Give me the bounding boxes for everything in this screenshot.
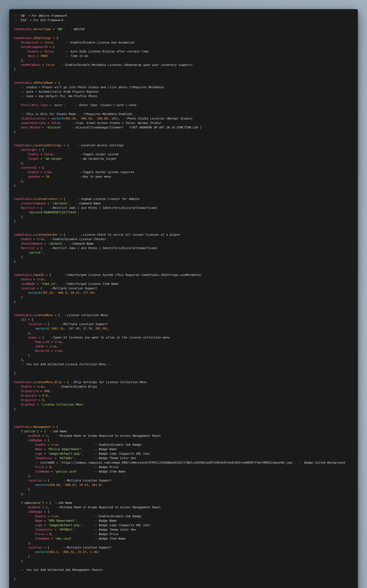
code-line: } [14,67,353,72]
code-line: } [14,259,353,264]
code-line: openKey = 38 --Key to open menu [14,174,353,179]
code-line: } [14,407,353,411]
code-line: }, [14,474,353,478]
code-line: -- none = Use Default Pic, No Profile Ph… [14,94,353,99]
code-line [14,411,353,416]
code-line [14,416,353,420]
code-line: } [14,130,353,134]
code-line: ThemeColor = '#FFB6C1', -- Badge Theme C… [14,527,353,532]
code-line: blipscale = 0.8, [14,393,353,398]
code-line [14,72,353,76]
code-line [14,420,353,425]
code-line: ProfilePic_Type = 'auto', --Enter Type '… [14,103,353,107]
code-line: ItemName = 'ems_card' -- Badge Item Name [14,536,353,541]
code-line: Enable = true, --Toggle textUi system re… [14,170,353,174]
code-line: Restrict = { --Restrict Jobs | Ace Perms… [14,246,353,250]
code-line: }, [14,492,353,496]
code-line: [1] = { [14,317,353,322]
code-line: CodeStudio.LicenseCreator = { --Ingmae L… [14,197,353,201]
code-line: Restrict = { --Restrict Jobs | Ace Perms… [14,206,353,210]
code-line: -- studio = Player will go into Photo St… [14,85,353,90]
code-line [14,134,353,139]
code-line: itemName = 'fake_id', --Fake/Forged Lice… [14,282,353,286]
code-line: vector4(464.2, -984.32, 25.57, 1.26) [14,550,353,554]
code-line: Price = 0, -- Badge Price [14,465,353,469]
code-line: JobBadge = { [14,510,353,514]
code-line [14,496,353,501]
code-line: Enable = true, [14,277,353,282]
code-line: Enable = true, --Enable/Disable License … [14,237,353,241]
code-line: -- This is Only for Studio Mode -- (*Req… [14,112,353,116]
code-line: }, [14,358,353,362]
code-line: checkCommand = 'idcheck', --Command Name [14,241,353,246]
code-line: useTarget = { [14,148,353,152]
code-line: Wait = 3000 -- Time in ms [14,54,353,58]
code-line: useMetaData = false --Enable/Disable Met… [14,63,353,67]
code-line: }, [14,541,353,545]
code-line: Enable = true, --Enable/Disable Blips [14,384,353,389]
code-line [14,366,353,371]
code-line: } [14,554,353,559]
code-line: useTextUI = { [14,166,353,170]
code-line: } [14,183,353,188]
code-editor: -- 'QB' = For QBCore Framework-- 'ESX' =… [9,9,358,588]
code-line: } [14,577,353,581]
code-line: -- auto = Automatically Grab Players Mug… [14,90,353,94]
code-line [14,139,353,143]
code-line [14,228,353,232]
code-line: location = { --Multiple Location Support [14,545,353,550]
code-line: } [14,219,353,224]
code-line: } [14,353,353,358]
code-line: Enable = true, -- Enable/Disable Job Bad… [14,514,353,519]
code-line: ThemeColor = '#373d4c', -- Badge Theme C… [14,456,353,460]
code-line: Name = "Police Department", -- Badge Nam… [14,447,353,451]
code-line: vector4(459.84, -988.87, 24.91, 261.8) [14,483,353,487]
code-line: Price = 0, -- Badge Price [14,532,353,536]
code-line: Enable = true, -- Enable/Disable Job Bad… [14,443,353,447]
code-line: blipsprite = 498, [14,389,353,393]
code-line: location = { --Multiple Location Support [14,322,353,326]
code-line: vector4(707.33, -966.9, 30.41, 177.56) [14,290,353,295]
code-line: 'police', [14,250,353,255]
code-line: location = { --Multiple Location Support [14,478,353,483]
code-line [14,268,353,273]
code-line: } [14,299,353,304]
code-line: CodeStudio.LicenseChecker = { --License … [14,232,353,237]
code-line: CodeStudio.Management = { [14,425,353,429]
code-line: types = { --Types of licenses you want t… [14,335,353,340]
code-line: CodeStudio.IDSettings = { [14,36,353,40]
code-line: 'discord:968848387132772434', [14,210,353,215]
code-line: blipText = 'License Collection Menu' [14,402,353,407]
code-line [14,107,353,112]
code-line: -- CustomBG = 'https://images.rawpixel.c… [14,460,353,465]
code-line: Logo = 'image/default.png', -- Badge Log… [14,523,353,527]
code-line: } [14,255,353,259]
code-line [14,224,353,228]
code-line: minRank = 1, --Minimum Rank or Grade Req… [14,505,353,510]
code-line: CodeStudio.LicenseMenu_Blip = { --Blip S… [14,380,353,384]
code-line [14,375,353,380]
code-line: vector4(-1082.16, -247.48, 37.76, 201.58… [14,326,353,331]
code-line: blipcolor = 0, [14,398,353,402]
code-line: -- You Can Add Unlimited Job Management … [14,568,353,572]
code-line [14,23,353,27]
code-line [14,31,353,36]
page-background: { "meta": { "app": "code-viewer", "langu… [0,0,367,588]
code-line [14,581,353,586]
code-line: }, [14,331,353,335]
code-line [14,188,353,192]
code-line: CodeStudio.LocationSettings = { --Locati… [14,143,353,148]
code-line: ['ambulance'] = { --Job Name [14,501,353,505]
code-line: AutoDisappearID = { [14,45,353,49]
code-line: Target = 'qb-target' --qb-target/ox_targ… [14,157,353,161]
code-line [14,264,353,268]
code-line: useGreenScreen = false, --true: Green Sc… [14,121,353,125]
code-line: -- 'ESX' = For ESX Framework [14,18,353,23]
code-line [14,308,353,313]
code-line: CodeStudio.LicenseMenu = { --License Col… [14,313,353,317]
code-line: } [14,215,353,219]
code-line: Enable = false, -- Auto Hide License Dis… [14,49,353,54]
code-line [14,572,353,577]
code-line: } [14,487,353,492]
code-line [14,563,353,568]
